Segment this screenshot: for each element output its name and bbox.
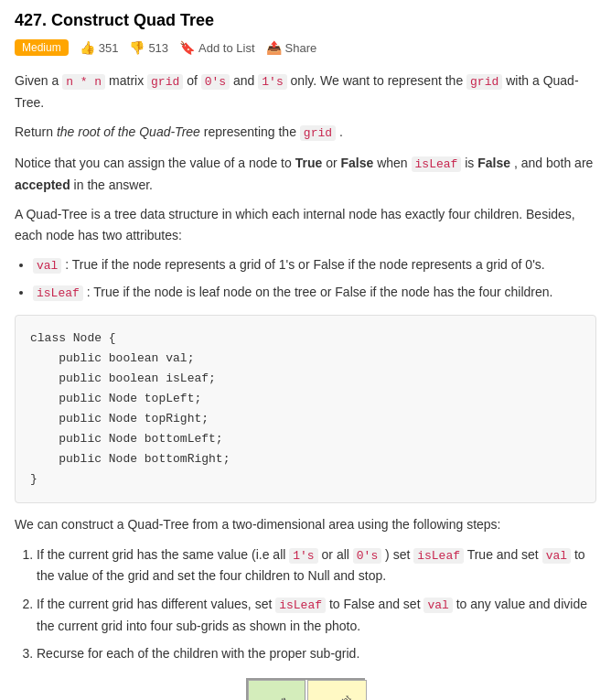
quad-tree-image: topLeft topRight bottomLeft bottomRight [15,678,596,700]
share-icon: 📤 [266,40,282,55]
paragraph-5: We can construct a Quad-Tree from a two-… [15,514,596,534]
false-bold2: False [477,156,510,170]
and-text: and [233,73,258,88]
quad-grid: topLeft topRight bottomLeft bottomRight [246,678,365,700]
para3-pre: Notice that you can assign the value of … [15,156,295,170]
isLeaf-code: isLeaf [412,156,462,172]
accepted-bold: accepted [15,178,70,192]
italic-text: the root of the Quad-Tree [57,124,200,139]
difficulty-badge: Medium [15,39,69,56]
para3-post2: in the answer. [74,178,153,192]
isLeaf-code2: isLeaf [33,285,83,301]
cell-topleft: topLeft [248,680,306,700]
steps-list: If the current grid has the same value (… [37,544,596,664]
downvote-icon: 👎 [129,40,145,55]
when-text: when [377,156,411,170]
step2-val: val [423,598,452,613]
paragraph-4: A Quad-Tree is a tree data structure in … [15,204,596,245]
problem-title: 427. Construct Quad Tree [15,11,596,30]
bullet-isLeaf: isLeaf : True if the node is leaf node o… [33,282,596,304]
step1-or-all: or all [322,547,353,562]
true-bold: True [295,156,323,170]
topleft-label: topLeft [263,695,290,700]
para2-mid: representing the [204,124,300,139]
paragraph-1: Given a n * n matrix grid of 0's and 1's… [15,70,596,113]
step2-mid: to False and set [329,597,424,611]
topright-label: topRight [321,694,352,700]
bullet-val: val : True if the node represents a grid… [33,254,596,276]
attributes-list: val : True if the node represents a grid… [33,254,596,304]
or-text: or [326,156,340,170]
share-button[interactable]: 📤 Share [266,40,317,55]
step1-ones: 1's [289,548,317,564]
para3-post: , and both are [514,156,593,170]
grid-code: grid [147,74,183,90]
zeros-code: 0's [201,74,230,90]
false-bold: False [340,156,373,170]
ones-code: 1's [258,74,286,90]
step1-isLeaf: isLeaf [413,548,464,564]
code-block: class Node { public boolean val; public … [15,315,596,504]
step2-pre: If the current grid has different values… [37,597,272,611]
upvote-button[interactable]: 👍 351 [80,40,119,55]
step1-mid2: ) set [385,547,413,562]
cell-topright: topRight [307,680,367,700]
para1-mid: matrix [109,73,147,88]
n-code: n * n [62,74,105,90]
bullet2-text: : True if the node is leaf node on the t… [87,285,553,299]
val-code: val [33,258,61,274]
step-1: If the current grid has the same value (… [37,544,596,587]
step1-zeros: 0's [353,548,381,564]
downvote-button[interactable]: 👎 513 [129,40,168,55]
grid-code2: grid [466,74,502,90]
paragraph-3: Notice that you can assign the value of … [15,153,596,195]
bullet1-text: : True if the node represents a grid of … [65,257,544,272]
step1-pre: If the current grid has the same value (… [37,547,285,562]
paragraph-2: Return the root of the Quad-Tree represe… [15,122,596,144]
add-to-list-button[interactable]: 🔖 Add to List [179,40,254,55]
step1-val: val [542,548,571,564]
share-label: Share [285,41,317,55]
step2-isLeaf: isLeaf [275,598,326,613]
downvote-count: 513 [148,41,168,55]
step1-mid3: True and set [467,547,542,562]
step-3: Recurse for each of the children with th… [37,643,596,663]
grid-code3: grid [300,125,336,141]
step-2: If the current grid has different values… [37,594,596,636]
return-text: Return [15,124,57,139]
para1-pre: Given a [15,73,59,88]
meta-row: Medium 👍 351 👎 513 🔖 Add to List 📤 Share [15,39,596,56]
para1-mid2: of [187,73,201,88]
upvote-icon: 👍 [80,40,95,55]
para1-post: only. We want to represent the [291,73,466,88]
add-to-list-label: Add to List [198,41,254,55]
bookmark-icon: 🔖 [179,40,195,55]
is-text: is [465,156,477,170]
upvote-count: 351 [99,41,119,55]
para2-post: . [339,124,343,139]
